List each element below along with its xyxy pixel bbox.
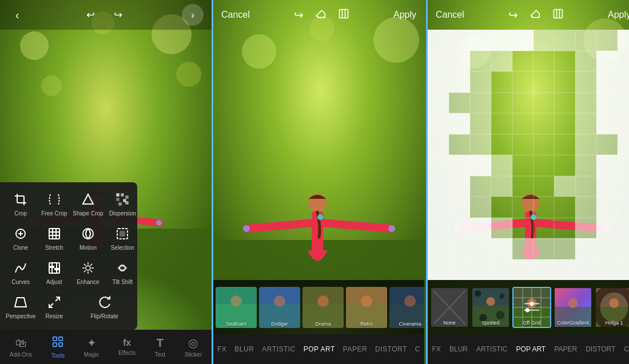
filter-drama[interactable]: Drama bbox=[302, 287, 344, 328]
tool-stretch[interactable]: Stretch bbox=[39, 222, 69, 255]
grid-cell-4-3 bbox=[512, 93, 534, 114]
holga-1-filter-label: Holga 1 bbox=[596, 320, 629, 326]
tool-free-crop[interactable]: Free Crop bbox=[39, 188, 69, 221]
filter-seafoam[interactable]: Seafoam bbox=[216, 287, 257, 328]
effects-label: Effects bbox=[118, 350, 136, 356]
toolbar-text[interactable]: T Text bbox=[155, 337, 165, 358]
toolbar-sticker[interactable]: ◎ Sticker bbox=[185, 336, 202, 358]
tool-dispersion[interactable]: Dispersion bbox=[107, 188, 138, 221]
right-layers-icon[interactable] bbox=[552, 8, 564, 22]
grid-cell-0-4 bbox=[428, 113, 449, 134]
tab-distort[interactable]: DISTORT bbox=[374, 343, 408, 355]
tab-blur[interactable]: BLUR bbox=[233, 343, 255, 355]
grid-cell-9-1 bbox=[618, 51, 629, 72]
right-tab-pop-art[interactable]: POP ART bbox=[515, 343, 547, 355]
filter-cinerama[interactable]: Cinerama bbox=[389, 287, 424, 328]
grid-cell-8-10 bbox=[596, 238, 618, 259]
tool-curves[interactable]: Curves bbox=[3, 257, 38, 290]
toolbar-add-ons[interactable]: 🛍 Add-Ons bbox=[10, 337, 32, 358]
tool-selection[interactable]: Selection bbox=[107, 222, 138, 255]
grid-cell-0-3 bbox=[428, 93, 449, 114]
right-tab-co[interactable]: CO bbox=[623, 343, 629, 355]
right-redo-icon[interactable]: ↪ bbox=[508, 8, 518, 22]
text-icon: T bbox=[157, 337, 164, 350]
shape-crop-label: Shape Crop bbox=[73, 210, 103, 217]
right-tab-blur[interactable]: BLUR bbox=[448, 343, 469, 355]
filter-off-grid[interactable]: Off Grid bbox=[512, 287, 551, 328]
grid-cell-9-10 bbox=[618, 238, 629, 259]
tool-enhance[interactable]: Enhance bbox=[70, 257, 105, 290]
grid-cell-4-9 bbox=[512, 218, 534, 239]
svg-point-64 bbox=[317, 214, 323, 220]
filter-color-gradient[interactable]: ColorGradient bbox=[554, 287, 592, 328]
tab-artistic[interactable]: ARTISTIC bbox=[261, 343, 296, 355]
curves-icon bbox=[14, 261, 27, 277]
stretch-icon bbox=[47, 227, 61, 243]
tool-perspective[interactable]: Perspective bbox=[3, 291, 38, 324]
clone-label: Clone bbox=[13, 245, 28, 251]
top-navigation: ‹ ↩ ↪ › bbox=[0, 0, 212, 30]
middle-cancel-button[interactable]: Cancel bbox=[221, 10, 250, 20]
back-button[interactable]: ‹ bbox=[8, 6, 26, 24]
grid-cell-8-5 bbox=[596, 134, 618, 155]
forward-button[interactable]: › bbox=[182, 4, 204, 26]
svg-rect-21 bbox=[126, 202, 128, 204]
filter-none[interactable]: None bbox=[430, 287, 469, 328]
grid-cell-5-9 bbox=[534, 218, 555, 239]
grid-cell-1-10 bbox=[449, 238, 470, 259]
tool-tilt-shift[interactable]: Tilt Shift bbox=[107, 257, 138, 290]
redo-icon[interactable]: ↪ bbox=[294, 8, 304, 22]
svg-rect-54 bbox=[59, 342, 62, 346]
right-tab-fx[interactable]: FX bbox=[431, 343, 442, 355]
grid-cell-1-4 bbox=[449, 113, 470, 134]
grid-cell-1-3 bbox=[449, 93, 470, 114]
redo-button[interactable]: ↪ bbox=[109, 6, 127, 24]
grid-cell-0-10 bbox=[428, 238, 449, 259]
grid-cell-2-1 bbox=[470, 51, 491, 72]
tab-more[interactable]: C bbox=[414, 343, 421, 355]
toolbar-magic[interactable]: ✦ Magic bbox=[84, 336, 99, 358]
right-eraser-icon[interactable] bbox=[530, 8, 541, 22]
grid-cell-3-7 bbox=[491, 176, 512, 197]
grid-cell-0-8 bbox=[428, 197, 449, 218]
right-topbar: Cancel ↪ Apply bbox=[428, 0, 629, 30]
tool-shape-crop[interactable]: Shape Crop bbox=[70, 188, 105, 221]
grid-cell-0-2 bbox=[428, 71, 449, 93]
toolbar-effects[interactable]: fx Effects bbox=[118, 338, 136, 356]
tool-clone[interactable]: Clone bbox=[3, 222, 38, 255]
resize-label: Resize bbox=[45, 313, 63, 319]
filter-retro[interactable]: Retro bbox=[346, 287, 387, 328]
tool-adjust[interactable]: Adjust bbox=[39, 257, 69, 290]
tool-flip-rotate[interactable]: Flip/Rotate bbox=[70, 291, 138, 324]
eraser-icon[interactable] bbox=[315, 8, 327, 22]
dispersion-icon bbox=[116, 193, 129, 209]
filter-holga-1[interactable]: Holga 1 bbox=[595, 287, 629, 328]
tab-fx[interactable]: FX bbox=[216, 343, 228, 355]
tool-resize[interactable]: Resize bbox=[39, 291, 69, 324]
tab-pop-art[interactable]: POP ART bbox=[302, 343, 336, 355]
tab-paper[interactable]: PAPER bbox=[342, 343, 368, 355]
filter-dodger[interactable]: Dodger bbox=[259, 287, 300, 328]
adjust-label: Adjust bbox=[46, 279, 62, 285]
add-ons-label: Add-Ons bbox=[10, 351, 32, 358]
tool-motion[interactable]: Motion bbox=[70, 222, 105, 255]
filter-spotted[interactable]: Spotted bbox=[471, 287, 510, 328]
undo-button[interactable]: ↩ bbox=[81, 6, 99, 24]
seafoam-label: Seafoam bbox=[216, 321, 257, 327]
layers-icon[interactable] bbox=[338, 8, 349, 22]
tool-crop[interactable]: Crop bbox=[3, 188, 38, 221]
grid-cell-9-7 bbox=[618, 176, 629, 197]
middle-apply-button[interactable]: Apply bbox=[393, 10, 416, 20]
clone-icon bbox=[14, 227, 27, 243]
grid-cell-6-4 bbox=[554, 113, 575, 134]
right-tab-distort[interactable]: DISTORT bbox=[584, 343, 616, 355]
selection-icon bbox=[116, 227, 129, 243]
right-tab-paper[interactable]: PAPER bbox=[553, 343, 578, 355]
right-tab-artistic[interactable]: ARTISTIC bbox=[475, 343, 508, 355]
toolbar-tools[interactable]: Tools bbox=[51, 335, 65, 359]
grid-cell-1-9 bbox=[449, 218, 470, 239]
right-apply-button[interactable]: Apply bbox=[608, 10, 629, 20]
svg-point-4 bbox=[41, 75, 62, 96]
right-cancel-button[interactable]: Cancel bbox=[436, 10, 464, 20]
grid-cell-2-8 bbox=[470, 197, 491, 218]
